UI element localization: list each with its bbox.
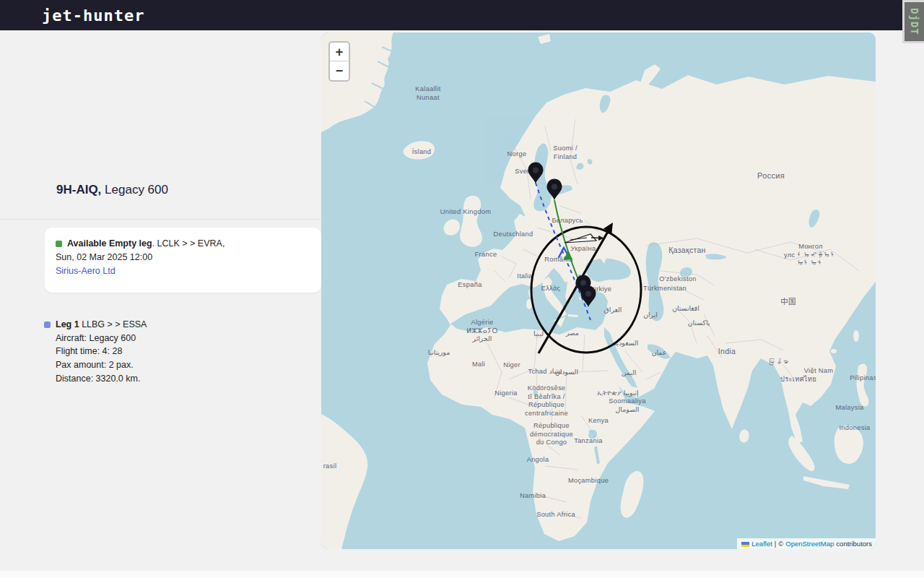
leaflet-link[interactable]: Leaflet [751,540,772,548]
leg-details: Leg 1 LLBG > > ESSA Aircraft: Legacy 600… [56,318,147,386]
map-pin-icon[interactable] [547,179,562,201]
osm-link[interactable]: OpenStreetMap [785,540,834,548]
map-pins [528,163,596,308]
map-pin-icon[interactable] [581,286,596,308]
attribution-separator: | [775,540,776,548]
page-title: 9H-AIQ, Legacy 600 [56,183,168,197]
attribution-copy: © [778,540,783,548]
map-overlay [321,33,876,549]
empty-leg-datetime: Sun, 02 Mar 2025 12:00 [56,251,310,264]
leg-marker-icon [44,322,51,328]
empty-leg-marker-icon [56,241,62,247]
map[interactable]: Kalaallit NunaatÍslandNorgeSuomi / Finla… [321,33,876,549]
app-header: jet-hunter [0,0,924,30]
operator-link[interactable]: Sirius-Aero Ltd [56,266,116,276]
empty-leg-header-row: Available Empty leg. LCLK > > EVRA, [56,237,310,251]
aircraft-registration: 9H-AIQ, [56,183,101,197]
leg-flight-time: Flight time: 4: 28 [56,345,147,358]
empty-leg-label: Available Empty leg. LCLK > > EVRA, [67,237,225,251]
app-logo[interactable]: jet-hunter [42,7,144,25]
zoom-control: + − [328,41,350,82]
aircraft-model: Legacy 600 [101,183,168,197]
ukraine-flag-icon [741,541,749,547]
leg-pax: Pax amount: 2 pax. [56,358,147,372]
empty-leg-card: Available Empty leg. LCLK > > EVRA, Sun,… [45,228,321,293]
attribution-suffix: contributors [836,540,872,548]
map-pin-icon[interactable] [528,163,544,184]
zoom-out-button[interactable]: − [330,61,349,80]
leg-distance: Distance: 3320.0 km. [56,372,147,386]
plane-sketch-icon [565,234,604,243]
leg-aircraft: Aircraft: Legacy 600 [56,332,147,345]
footer-strip [0,571,924,578]
zoom-in-button[interactable]: + [330,43,349,61]
leg-label: Leg 1 LLBG > > ESSA [56,318,147,332]
debug-toolbar-handle[interactable]: DjDT [902,0,924,43]
panel-divider [0,219,321,220]
map-attribution: Leaflet | © OpenStreetMap contributors [737,538,876,549]
leg-header-row: Leg 1 LLBG > > ESSA [44,318,147,332]
debug-toolbar-label: DjDT [909,8,920,35]
